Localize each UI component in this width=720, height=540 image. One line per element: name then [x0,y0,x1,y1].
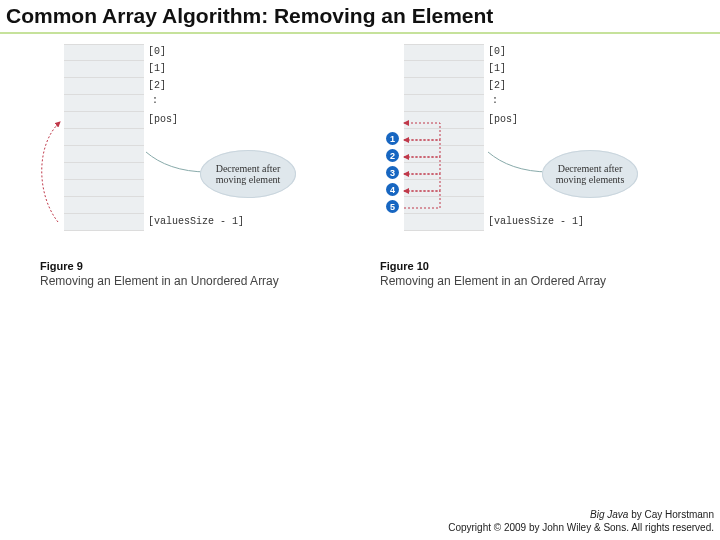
index-label: [1] [148,63,166,74]
step-badge: 2 [386,149,399,162]
index-label: [pos] [488,114,518,125]
figure-number: Figure 9 [40,260,279,272]
callout-bubble: Decrement after moving element [200,150,296,198]
footer-line-1: Big Java by Cay Horstmann [448,509,714,522]
array-cell [64,61,144,78]
index-ellipsis: : [152,95,158,106]
figure-description: Removing an Element in an Unordered Arra… [40,274,279,288]
array-cell [404,112,484,129]
figure-9: [0] [1] [2] : [pos] [valuesSize - 1] Dec… [40,44,340,314]
footer-line-2: Copyright © 2009 by John Wiley & Sons. A… [448,522,714,535]
figure-caption: Figure 10 Removing an Element in an Orde… [380,260,606,288]
array-cell [64,44,144,61]
array-cell [404,163,484,180]
figure-number: Figure 10 [380,260,606,272]
step-badge: 3 [386,166,399,179]
callout-bubble: Decrement after moving elements [542,150,638,198]
array-cell [64,112,144,129]
step-badge: 4 [386,183,399,196]
book-title: Big Java [590,509,628,520]
array-cell [404,78,484,95]
footer: Big Java by Cay Horstmann Copyright © 20… [448,509,714,534]
array-cell [404,146,484,163]
array-cell [64,214,144,231]
figure-description: Removing an Element in an Ordered Array [380,274,606,288]
title-underline [0,32,720,34]
array-cell [404,197,484,214]
array-cell [404,95,484,112]
page-title: Common Array Algorithm: Removing an Elem… [0,0,720,28]
index-label: [0] [148,46,166,57]
index-label: [2] [148,80,166,91]
index-label: [valuesSize - 1] [488,216,584,227]
array-cell [64,129,144,146]
array-cell [404,61,484,78]
index-label: [1] [488,63,506,74]
array-cell [64,78,144,95]
array-column [64,44,144,231]
array-cell [404,214,484,231]
step-badge: 5 [386,200,399,213]
array-cell [64,95,144,112]
callout-text: Decrement after moving element [200,163,296,186]
array-cell [64,146,144,163]
array-cell [404,44,484,61]
array-cell [404,129,484,146]
index-ellipsis: : [492,95,498,106]
callout-text: Decrement after moving elements [542,163,638,186]
index-label: [0] [488,46,506,57]
array-cell [64,163,144,180]
figures-row: [0] [1] [2] : [pos] [valuesSize - 1] Dec… [0,44,720,314]
index-label: [valuesSize - 1] [148,216,244,227]
index-label: [2] [488,80,506,91]
array-cell [64,180,144,197]
figure-10: [0] [1] [2] : [pos] [valuesSize - 1] 1 2… [380,44,680,314]
array-cell [64,197,144,214]
figure-caption: Figure 9 Removing an Element in an Unord… [40,260,279,288]
index-label: [pos] [148,114,178,125]
array-cell [404,180,484,197]
author-name: by Cay Horstmann [628,509,714,520]
step-badge: 1 [386,132,399,145]
array-column [404,44,484,231]
